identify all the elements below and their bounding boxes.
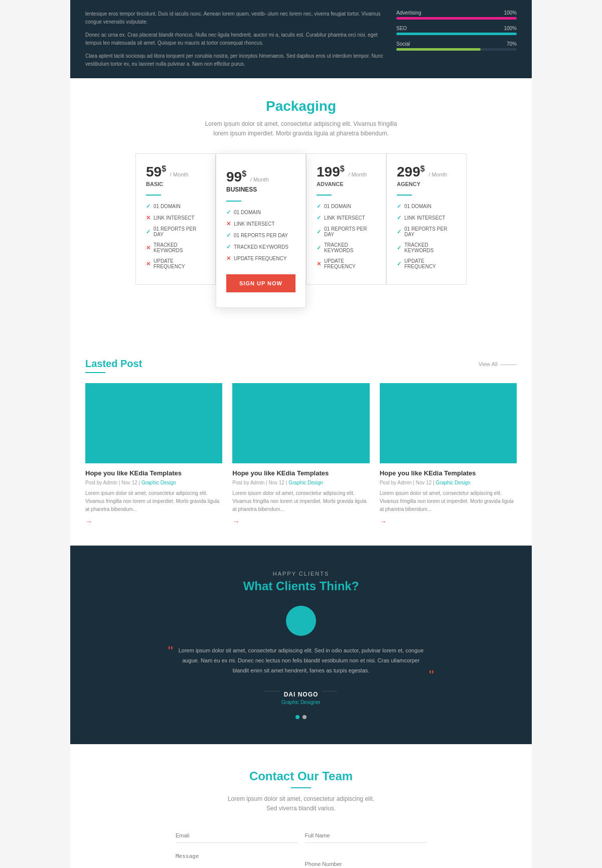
progress-seo-value: 100% — [504, 26, 517, 31]
plan-basic-feature-1: ✓ 01 DOMAIN — [146, 203, 205, 210]
check-icon: ✓ — [146, 203, 150, 210]
plan-advance-feature-3: ✓ 01 REPORTS PER DAY — [317, 226, 376, 237]
plan-advance-feature-1: ✓ 01 DOMAIN — [317, 203, 376, 210]
dot-1[interactable] — [295, 715, 299, 719]
plan-advance-feature-2: ✓ LINK INTERSECT — [317, 215, 376, 221]
message-field[interactable] — [176, 849, 297, 868]
cross-icon: ✕ — [317, 261, 321, 267]
plan-business-feature-5: ✕ UPDATE FREQUENCY — [226, 255, 295, 262]
contact-divider — [291, 787, 311, 788]
post-meta-1: Post by Admin | Nov 12 | Graphic Design — [85, 480, 222, 485]
plans-container: 59$ / Month BASIC ✓ 01 DOMAIN ✕ LINK INT… — [85, 153, 517, 308]
progress-advertising-value: 100% — [504, 10, 517, 16]
progress-social: Social 70% — [396, 41, 517, 51]
plan-agency-feature-2: ✓ LINK INTERSECT — [397, 215, 456, 221]
form-row-1 — [176, 828, 426, 843]
feature-label: 01 DOMAIN — [154, 204, 181, 209]
email-field[interactable] — [176, 828, 297, 843]
plan-agency-underline — [397, 195, 412, 196]
post-title-1: Hope you like KEdia Templates — [85, 469, 222, 477]
feature-label: 01 REPORTS PER DAY — [234, 233, 288, 238]
plan-business-underline — [226, 201, 241, 202]
top-section: lentesque eros tempor tincidunt. Duis id… — [70, 0, 532, 78]
progress-advertising: Advertising 100% — [396, 10, 517, 20]
post-arrow-1[interactable]: → — [85, 517, 222, 526]
feature-label: 01 REPORTS PER DAY — [324, 226, 376, 237]
progress-bars: Advertising 100% SEO 100% Social 70% — [396, 10, 517, 68]
post-arrow-2[interactable]: → — [232, 517, 369, 526]
plan-advance-name: ADVANCE — [317, 181, 376, 187]
check-icon: ✓ — [317, 215, 321, 221]
feature-label: UPDATE FREQUENCY — [324, 258, 376, 269]
progress-social-label: Social — [396, 41, 410, 47]
cross-icon: ✕ — [146, 215, 150, 221]
feature-label: UPDATE FREQUENCY — [234, 256, 286, 261]
feature-label: 01 DOMAIN — [324, 204, 351, 209]
post-image-3 — [380, 383, 517, 463]
testimonials-title: What Clients Think? — [85, 579, 517, 593]
progress-seo-label: SEO — [396, 26, 407, 31]
plan-basic-price: 59$ / Month — [146, 164, 189, 180]
feature-label: 01 DOMAIN — [234, 210, 261, 215]
testimonials-subtitle: HAPPY CLIENTS — [85, 571, 517, 577]
testimonials-section: HAPPY CLIENTS What Clients Think? " Lore… — [70, 546, 532, 744]
cross-icon: ✕ — [226, 221, 231, 227]
plan-business-price: 99$ / Month — [226, 169, 269, 185]
plan-basic-period: / Month — [170, 171, 189, 178]
contact-section: Contact Our Team Lorem ipsum dolor sit a… — [70, 744, 532, 868]
progress-advertising-label: Advertising — [396, 10, 421, 16]
feature-label: LINK INTERSECT — [234, 221, 275, 227]
cross-icon: ✕ — [226, 255, 231, 262]
form-row-2 — [176, 849, 426, 868]
progress-social-value: 70% — [507, 41, 517, 47]
check-icon: ✓ — [397, 229, 401, 235]
plan-advance-price: 199$ / Month — [317, 164, 367, 180]
plan-advance-feature-5: ✕ UPDATE FREQUENCY — [317, 258, 376, 269]
plan-business-price-row: 99$ / Month — [226, 169, 295, 185]
plan-advance-feature-4: ✓ TRACKED KEYWORDS — [317, 242, 376, 253]
check-icon: ✓ — [317, 203, 321, 210]
phone-field[interactable] — [305, 849, 427, 868]
check-icon: ✓ — [226, 244, 231, 250]
feature-label: TRACKED KEYWORDS — [404, 242, 456, 253]
plan-agency-name: AGENCY — [397, 181, 456, 187]
feature-label: 01 REPORTS PER DAY — [404, 226, 456, 237]
lasted-post-title: Lasted Post — [85, 358, 142, 370]
check-icon: ✓ — [317, 245, 321, 251]
fullname-field[interactable] — [305, 828, 427, 843]
view-all-link[interactable]: View All ——— — [479, 361, 517, 367]
feature-label: UPDATE FREQUENCY — [404, 258, 456, 269]
signup-button[interactable]: SIGN UP NOW — [226, 274, 295, 292]
plan-business-feature-4: ✓ TRACKED KEYWORDS — [226, 244, 295, 250]
plan-business-feature-2: ✕ LINK INTERSECT — [226, 221, 295, 227]
plan-business-period: / Month — [250, 177, 269, 183]
plan-business-feature-3: ✓ 01 REPORTS PER DAY — [226, 232, 295, 239]
contact-form: SUBMIT NOW — [176, 828, 426, 868]
post-arrow-3[interactable]: → — [380, 517, 517, 526]
post-meta-2: Post by Admin | Nov 12 | Graphic Design — [232, 480, 369, 485]
feature-label: TRACKED KEYWORDS — [324, 242, 376, 253]
feature-label: 01 REPORTS PER DAY — [154, 226, 205, 237]
dot-2[interactable] — [303, 715, 307, 719]
plan-agency-feature-5: ✓ UPDATE FREQUENCY — [397, 258, 456, 269]
feature-label: LINK INTERSECT — [324, 215, 365, 221]
plan-advance: 199$ / Month ADVANCE ✓ 01 DOMAIN ✓ LINK … — [306, 153, 386, 285]
plan-advance-price-row: 199$ / Month — [317, 164, 376, 180]
testimonial-text: Lorem ipsum dolor sit amet, consectetur … — [176, 646, 426, 675]
post-meta-3: Post by Admin | Nov 12 | Graphic Design — [380, 480, 517, 485]
progress-seo-bar — [396, 33, 517, 35]
plan-basic-feature-2: ✕ LINK INTERSECT — [146, 215, 205, 221]
post-desc-3: Lorem ipsum dolor sit amet, consectetur … — [380, 489, 517, 513]
plan-advance-period: / Month — [348, 171, 367, 178]
packaging-description: Lorem ipsum dolor sit amet, consectetur … — [201, 119, 401, 138]
top-text: lentesque eros tempor tincidunt. Duis id… — [85, 10, 386, 68]
feature-label: LINK INTERSECT — [154, 215, 195, 221]
testimonial-author: DAI NOGO — [284, 691, 319, 698]
posts-grid: Hope you like KEdia Templates Post by Ad… — [85, 383, 517, 526]
plan-basic-feature-5: ✕ UPDATE FREQUENCY — [146, 258, 205, 269]
feature-label: TRACKED KEYWORDS — [234, 244, 288, 250]
progress-advertising-bar — [396, 17, 517, 20]
plan-business-feature-1: ✓ 01 DOMAIN — [226, 209, 295, 216]
post-desc-2: Lorem ipsum dolor sit amet, consectetur … — [232, 489, 369, 513]
plan-agency-feature-4: ✓ TRACKED KEYWORDS — [397, 242, 456, 253]
